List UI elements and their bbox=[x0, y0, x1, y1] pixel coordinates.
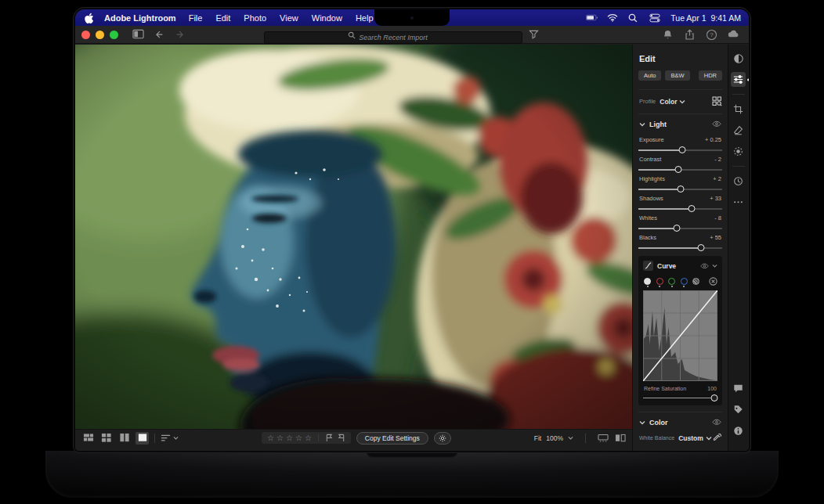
slider-knob[interactable] bbox=[675, 166, 682, 173]
heal-icon[interactable] bbox=[731, 123, 746, 138]
control-center-icon[interactable] bbox=[649, 13, 661, 23]
refine-saturation-slider[interactable] bbox=[643, 394, 717, 401]
sidebar-toggle-icon[interactable] bbox=[132, 29, 145, 41]
menu-edit[interactable]: Edit bbox=[215, 13, 230, 23]
slider-knob[interactable] bbox=[677, 185, 684, 193]
slider-track[interactable] bbox=[638, 225, 722, 232]
rating-flag-pill: ☆☆☆☆☆ bbox=[262, 432, 351, 444]
curve-reset-icon[interactable] bbox=[709, 277, 717, 286]
chevron-down-icon bbox=[639, 121, 645, 128]
slider-knob[interactable] bbox=[711, 394, 718, 401]
chevron-down-icon[interactable] bbox=[712, 264, 717, 268]
curve-header[interactable]: Curve bbox=[643, 261, 717, 271]
white-balance-dropdown[interactable]: Custom bbox=[678, 434, 712, 442]
minimize-button[interactable] bbox=[96, 31, 104, 39]
wifi-icon[interactable] bbox=[607, 13, 619, 23]
presets-icon[interactable] bbox=[731, 51, 746, 66]
sort-control[interactable] bbox=[161, 434, 179, 442]
filmstrip-icon[interactable] bbox=[598, 434, 609, 442]
white-balance-eyedropper-icon[interactable] bbox=[713, 434, 721, 442]
back-icon[interactable] bbox=[154, 29, 166, 41]
square-grid-view-icon[interactable] bbox=[99, 432, 113, 445]
help-icon[interactable]: ? bbox=[706, 29, 717, 41]
lid-opening-notch bbox=[366, 451, 458, 458]
profile-dropdown[interactable]: Color bbox=[660, 98, 685, 106]
share-icon[interactable] bbox=[684, 29, 696, 41]
info-icon[interactable] bbox=[731, 423, 746, 438]
macos-menu-bar: Adobe Lightroom FileEditPhotoViewWindowH… bbox=[75, 9, 749, 26]
rating-star-icon[interactable]: ☆ bbox=[276, 434, 284, 442]
slider-knob[interactable] bbox=[688, 205, 696, 212]
green-channel-icon[interactable] bbox=[668, 278, 675, 285]
chevron-down-icon bbox=[679, 99, 685, 105]
edit-icon[interactable] bbox=[731, 72, 746, 87]
rating-star-icon[interactable]: ☆ bbox=[286, 434, 293, 442]
slider-label: Shadows bbox=[639, 195, 663, 202]
cloud-sync-icon[interactable] bbox=[728, 29, 739, 41]
rating-star-icon[interactable]: ☆ bbox=[267, 434, 274, 442]
search-icon[interactable] bbox=[628, 13, 640, 23]
menu-items: FileEditPhotoViewWindowHelp bbox=[189, 13, 374, 23]
before-after-icon[interactable] bbox=[615, 434, 626, 442]
parametric-curve-icon[interactable] bbox=[692, 278, 699, 285]
search-input[interactable] bbox=[264, 31, 522, 44]
slider-track[interactable] bbox=[638, 185, 722, 193]
menu-view[interactable]: View bbox=[280, 13, 298, 23]
filter-icon[interactable] bbox=[529, 29, 539, 40]
zoom-window-button[interactable] bbox=[110, 31, 118, 39]
menu-photo[interactable]: Photo bbox=[244, 13, 266, 23]
forward-icon[interactable] bbox=[175, 29, 187, 41]
tone-curve-graph[interactable] bbox=[643, 290, 717, 381]
comments-icon[interactable] bbox=[731, 381, 746, 396]
rating-star-icon[interactable]: ☆ bbox=[295, 434, 302, 442]
more-icon[interactable] bbox=[731, 195, 746, 210]
versions-icon[interactable] bbox=[731, 174, 746, 189]
detail-view-icon[interactable] bbox=[136, 432, 149, 445]
photo-canvas[interactable] bbox=[75, 45, 632, 429]
slider-knob[interactable] bbox=[678, 146, 685, 153]
curve-visibility-eye-icon[interactable] bbox=[700, 263, 709, 269]
slider-track[interactable] bbox=[638, 146, 722, 153]
blue-channel-icon[interactable] bbox=[681, 278, 688, 285]
reject-flag-icon[interactable] bbox=[337, 434, 345, 442]
zoom-level[interactable]: 100% bbox=[546, 434, 563, 442]
menu-bar-clock[interactable]: Tue Apr 1 9:41 AM bbox=[670, 13, 741, 23]
pick-flag-icon[interactable] bbox=[325, 434, 334, 442]
close-button[interactable] bbox=[81, 31, 90, 39]
auto-button[interactable]: Auto bbox=[638, 70, 661, 81]
slider-track[interactable] bbox=[638, 166, 722, 173]
all-channels-icon[interactable] bbox=[644, 278, 651, 285]
masking-icon[interactable] bbox=[731, 144, 746, 159]
menu-window[interactable]: Window bbox=[312, 13, 342, 23]
apple-menu-icon[interactable] bbox=[85, 13, 95, 23]
slider-knob[interactable] bbox=[698, 244, 705, 251]
compare-view-icon[interactable] bbox=[117, 432, 131, 445]
app-name[interactable]: Adobe Lightroom bbox=[104, 13, 176, 23]
camera-notch bbox=[374, 9, 450, 26]
light-visibility-eye-icon[interactable] bbox=[712, 121, 721, 128]
color-visibility-eye-icon[interactable] bbox=[712, 419, 721, 427]
color-section-header[interactable]: Color bbox=[638, 412, 722, 432]
keywords-icon[interactable] bbox=[731, 402, 746, 417]
red-channel-icon[interactable] bbox=[656, 278, 663, 285]
settings-gear-button[interactable] bbox=[434, 432, 451, 445]
slider-track[interactable] bbox=[638, 244, 722, 251]
battery-icon[interactable] bbox=[586, 13, 598, 23]
crop-icon[interactable] bbox=[731, 102, 746, 117]
bw-button[interactable]: B&W bbox=[665, 70, 689, 81]
slider-track[interactable] bbox=[638, 205, 722, 212]
profile-browse-icon[interactable] bbox=[712, 96, 722, 106]
active-tool-dot bbox=[747, 78, 749, 81]
rating-star-icon[interactable]: ☆ bbox=[305, 434, 312, 442]
photo-grid-view-icon[interactable] bbox=[81, 432, 95, 445]
menu-help[interactable]: Help bbox=[356, 13, 374, 23]
curve-icon bbox=[643, 261, 653, 271]
fit-button[interactable]: Fit bbox=[534, 434, 541, 442]
slider-knob[interactable] bbox=[674, 225, 681, 232]
light-section-header[interactable]: Light bbox=[638, 113, 722, 134]
copy-edit-settings-button[interactable]: Copy Edit Settings bbox=[356, 432, 428, 445]
menu-file[interactable]: File bbox=[189, 13, 203, 23]
notifications-bell-icon[interactable] bbox=[662, 29, 674, 41]
hdr-button[interactable]: HDR bbox=[699, 70, 722, 81]
date-text: Tue Apr 1 bbox=[670, 13, 706, 23]
